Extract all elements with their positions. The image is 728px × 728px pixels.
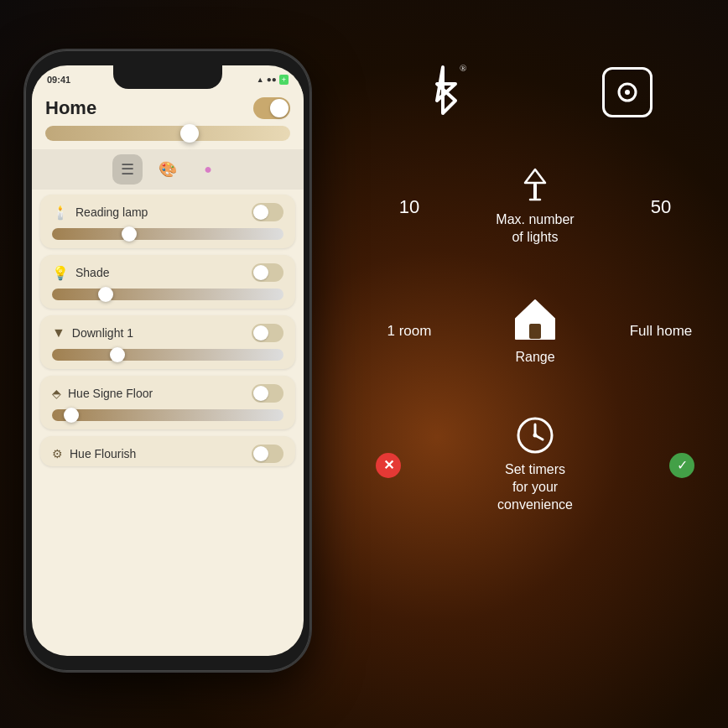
tab-entertainment[interactable]: ● xyxy=(193,154,223,185)
downlight-slider[interactable] xyxy=(52,349,283,361)
comparison-area: ® 10 Max. numberof light xyxy=(359,42,711,679)
light-name-signe: Hue Signe Floor xyxy=(68,387,153,400)
light-item-top-shade: 💡 Shade xyxy=(40,255,295,285)
phone-screen: 09:41 ▲ ●● + Home xyxy=(32,65,304,656)
reading-lamp-toggle[interactable] xyxy=(252,203,283,221)
timers-center: Set timersfor yourconvenience xyxy=(460,416,611,513)
downlight-icon: ▼ xyxy=(52,325,65,341)
light-name-downlight: Downlight 1 xyxy=(72,326,133,340)
phone-notch xyxy=(113,65,222,89)
shade-slider[interactable] xyxy=(52,289,283,300)
range-right-value: Full home xyxy=(627,323,694,340)
light-icon-name: 🕯️ Reading lamp xyxy=(52,205,148,221)
app-header: Home xyxy=(32,89,304,149)
light-name-reading: Reading lamp xyxy=(75,205,148,219)
signal-icon: ▲ xyxy=(257,75,264,84)
light-name-shade: Shade xyxy=(75,266,109,279)
compare-row-range: 1 room Range Full home xyxy=(359,297,711,367)
shade-slider-thumb xyxy=(98,287,113,302)
timers-center-label: Set timersfor yourconvenience xyxy=(497,461,573,513)
lights-list: 🕯️ Reading lamp xyxy=(32,190,304,471)
svg-marker-0 xyxy=(437,67,455,113)
status-time: 09:41 xyxy=(47,75,70,85)
tab-list[interactable]: ☰ xyxy=(112,154,143,185)
home-toggle[interactable] xyxy=(253,97,290,119)
flourish-toggle[interactable] xyxy=(252,445,283,463)
list-icon: ☰ xyxy=(121,160,134,179)
reading-lamp-slider[interactable] xyxy=(52,228,283,240)
compare-row-timers: ✕ Set timersfor yourconvenience ✓ xyxy=(359,416,711,513)
signe-toggle[interactable] xyxy=(252,384,283,403)
tab-bar: ☰ 🎨 ● xyxy=(32,149,304,190)
flourish-icon: ⚙ xyxy=(52,447,63,460)
light-item-downlight: ▼ Downlight 1 xyxy=(40,315,295,369)
lights-right-value: 50 xyxy=(627,196,694,218)
downlight-toggle-knob xyxy=(253,325,268,341)
brightness-thumb xyxy=(180,124,199,143)
bluetooth-svg: ® xyxy=(420,63,466,122)
light-icon-name-signe: ⬘ Hue Signe Floor xyxy=(52,387,153,400)
timers-left-status: ✕ xyxy=(376,453,401,478)
bluetooth-icon-container: ® xyxy=(418,67,468,117)
shade-toggle[interactable] xyxy=(252,263,283,282)
bridge-icon-container xyxy=(602,67,653,117)
tab-scenes[interactable]: 🎨 xyxy=(153,154,183,185)
svg-rect-5 xyxy=(533,183,537,200)
svg-rect-9 xyxy=(529,324,541,339)
flourish-toggle-knob xyxy=(253,446,268,461)
light-item-flourish: ⚙ Hue Flourish xyxy=(40,436,295,466)
light-name-flourish: Hue Flourish xyxy=(70,447,136,460)
home-toggle-knob xyxy=(270,99,289,117)
reading-lamp-slider-thumb xyxy=(122,226,137,242)
signe-slider-thumb xyxy=(64,408,79,423)
bridge-feature xyxy=(602,67,653,117)
phone-mockup: 09:41 ▲ ●● + Home xyxy=(25,50,310,671)
cross-icon: ✕ xyxy=(383,457,394,473)
lights-left-value: 10 xyxy=(376,196,443,218)
light-item-top-flourish: ⚙ Hue Flourish xyxy=(40,436,295,466)
light-item-signe: ⬘ Hue Signe Floor xyxy=(40,376,295,429)
entertainment-icon: ● xyxy=(204,162,212,177)
light-item-top: 🕯️ Reading lamp xyxy=(40,195,295,225)
signe-toggle-knob xyxy=(253,386,268,401)
shade-toggle-knob xyxy=(253,265,268,280)
status-icons: ▲ ●● + xyxy=(257,75,289,85)
downlight-toggle[interactable] xyxy=(252,324,283,342)
shade-icon: 💡 xyxy=(52,265,69,281)
scenes-icon: 🎨 xyxy=(159,160,177,179)
battery-icon: + xyxy=(279,75,289,85)
wifi-icon: ●● xyxy=(267,75,277,84)
app-title: Home xyxy=(45,97,96,119)
range-center-label: Range xyxy=(515,349,554,367)
downlight-slider-thumb xyxy=(110,347,125,362)
light-item-reading-lamp: 🕯️ Reading lamp xyxy=(40,195,295,248)
lamp-feature-icon xyxy=(523,168,547,205)
light-icon-name-downlight: ▼ Downlight 1 xyxy=(52,325,133,341)
bridge-svg xyxy=(609,74,646,111)
svg-marker-4 xyxy=(525,169,545,183)
light-item-top-signe: ⬘ Hue Signe Floor xyxy=(40,376,295,406)
lamp-icon: 🕯️ xyxy=(52,205,69,221)
signe-icon: ⬘ xyxy=(52,387,61,400)
compare-row-lights: 10 Max. numberof lights 50 xyxy=(359,168,711,247)
top-icons-row: ® xyxy=(359,67,711,117)
svg-point-3 xyxy=(625,90,630,95)
signe-slider[interactable] xyxy=(52,409,283,421)
reading-lamp-toggle-knob xyxy=(253,205,268,220)
house-feature-icon xyxy=(512,297,558,342)
svg-point-13 xyxy=(533,434,538,438)
bluetooth-feature: ® xyxy=(418,67,468,117)
light-icon-name-shade: 💡 Shade xyxy=(52,265,109,281)
light-icon-name-flourish: ⚙ Hue Flourish xyxy=(52,447,136,460)
svg-marker-8 xyxy=(516,300,554,319)
check-icon: ✓ xyxy=(677,457,688,473)
clock-feature-icon xyxy=(516,416,554,455)
lights-center-label: Max. numberof lights xyxy=(496,211,574,247)
app-header-row: Home xyxy=(45,97,290,119)
app-content: Home ☰ 🎨 xyxy=(32,89,304,656)
timers-right-status: ✓ xyxy=(669,453,694,478)
brightness-slider[interactable] xyxy=(45,126,290,141)
svg-text:®: ® xyxy=(460,63,466,73)
range-center: Range xyxy=(460,297,611,367)
light-item-top-downlight: ▼ Downlight 1 xyxy=(40,315,295,346)
